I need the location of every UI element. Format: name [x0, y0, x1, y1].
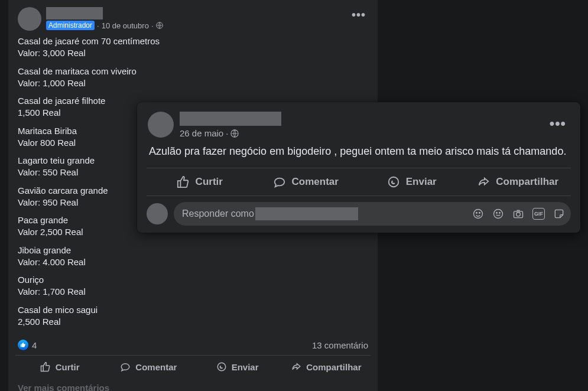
sticker-icon[interactable] — [553, 208, 565, 220]
comment-icon — [273, 175, 286, 188]
share-icon — [477, 175, 490, 188]
list-item: Jiboia grandeValor: 4.000 Real — [18, 245, 368, 269]
post-header: Administrador · 10 de outubro · ••• — [8, 0, 378, 31]
comment-icon — [120, 361, 131, 372]
share-button[interactable]: Compartilhar — [282, 357, 371, 377]
avatar[interactable] — [147, 203, 168, 224]
svg-point-7 — [494, 210, 503, 219]
comment-composer: Responder como GIF — [137, 202, 580, 226]
comment-label: Comentar — [292, 176, 339, 188]
like-count[interactable]: 4 — [18, 340, 37, 350]
action-bar: Curtir Comentar Enviar Compartilhar — [15, 355, 371, 378]
send-button[interactable]: Enviar — [193, 357, 282, 377]
more-options-button[interactable]: ••• — [347, 6, 371, 24]
share-label: Compartilhar — [306, 362, 361, 372]
post-date[interactable]: 26 de maio — [180, 128, 223, 138]
svg-point-9 — [499, 213, 501, 214]
gif-icon[interactable]: GIF — [532, 208, 545, 220]
svg-point-4 — [474, 210, 483, 219]
avatar[interactable] — [18, 7, 41, 31]
share-icon — [291, 361, 301, 372]
comment-placeholder: Responder como — [182, 208, 254, 219]
camera-icon[interactable] — [512, 208, 524, 220]
like-button[interactable]: Curtir — [15, 357, 104, 377]
more-options-button[interactable]: ••• — [545, 113, 571, 134]
post-date[interactable]: 10 de outubro — [102, 21, 149, 30]
svg-point-3 — [389, 177, 399, 187]
header-info: 26 de maio · — [180, 112, 281, 138]
avatar-sticker-icon[interactable] — [472, 208, 484, 220]
like-button[interactable]: Curtir — [147, 170, 253, 194]
item-price: Valor: 1,700 Real — [18, 286, 368, 298]
item-price: Valor: 4.000 Real — [18, 256, 368, 268]
item-title: Casal de jacaré com 70 centímetros — [18, 35, 368, 47]
like-count-number: 4 — [32, 340, 37, 350]
list-item: Casal de mico sagui2,500 Real — [18, 304, 368, 328]
list-item: Casal de maritaca com viveiroValor: 1,00… — [18, 66, 368, 90]
item-price: 2,500 Real — [18, 316, 368, 328]
item-title: Jiboia grande — [18, 245, 368, 256]
send-button[interactable]: Enviar — [359, 170, 465, 194]
comment-tools: GIF — [472, 208, 565, 220]
item-price: Valor: 1,000 Real — [18, 77, 368, 89]
share-button[interactable]: Compartilhar — [465, 170, 571, 194]
reactions-row: 4 13 comentário — [8, 336, 378, 353]
action-bar: Curtir Comentar Enviar Compartilhar — [147, 168, 571, 196]
svg-point-8 — [496, 213, 498, 214]
post-header: 26 de maio · ••• — [137, 102, 580, 142]
svg-point-5 — [476, 213, 477, 214]
item-title: Casal de maritaca com viveiro — [18, 66, 368, 77]
post-meta: 26 de maio · — [180, 128, 281, 138]
thumbs-up-icon — [177, 175, 190, 188]
like-reaction-icon — [18, 340, 28, 350]
globe-icon[interactable] — [156, 22, 163, 29]
author-name-redacted[interactable] — [46, 7, 103, 19]
meta-sep: · — [151, 21, 154, 30]
list-item: Casal de jacaré com 70 centímetrosValor:… — [18, 35, 368, 60]
item-title: Ouriço — [18, 274, 368, 286]
emoji-icon[interactable] — [492, 208, 504, 220]
like-label: Curtir — [196, 176, 223, 188]
comment-button[interactable]: Comentar — [104, 357, 193, 377]
item-title: Casal de mico sagui — [18, 304, 368, 316]
send-label: Enviar — [232, 362, 259, 372]
comment-label: Comentar — [135, 362, 177, 372]
see-more-comments[interactable]: Ver mais comentários — [8, 378, 378, 391]
author-name-redacted[interactable] — [180, 112, 281, 126]
meta-sep: · — [226, 128, 228, 138]
username-redacted — [255, 207, 358, 220]
post-card-overlay: 26 de maio · ••• Azulão pra fazer negóci… — [137, 102, 580, 233]
comment-button[interactable]: Comentar — [253, 170, 359, 194]
whatsapp-icon — [216, 361, 227, 372]
item-price: Valor: 3,000 Real — [18, 47, 368, 59]
send-label: Enviar — [406, 176, 437, 188]
list-item: OuriçoValor: 1,700 Real — [18, 274, 368, 298]
whatsapp-icon — [387, 175, 400, 188]
comment-input[interactable]: Responder como GIF — [174, 202, 571, 226]
post-body: Azulão pra fazer negócio em bigodeiro , … — [137, 142, 580, 164]
share-label: Compartilhar — [496, 176, 558, 188]
admin-badge: Administrador — [46, 21, 95, 30]
avatar[interactable] — [148, 112, 174, 138]
like-label: Curtir — [56, 362, 80, 372]
post-meta: Administrador · 10 de outubro · — [46, 21, 368, 30]
meta-sep: · — [97, 21, 99, 30]
svg-point-11 — [516, 213, 521, 217]
header-info: Administrador · 10 de outubro · — [46, 7, 368, 30]
globe-icon[interactable] — [230, 129, 239, 138]
svg-point-6 — [479, 213, 480, 214]
svg-point-1 — [217, 363, 226, 371]
thumbs-up-icon — [40, 361, 51, 372]
comment-count[interactable]: 13 comentário — [312, 340, 368, 350]
